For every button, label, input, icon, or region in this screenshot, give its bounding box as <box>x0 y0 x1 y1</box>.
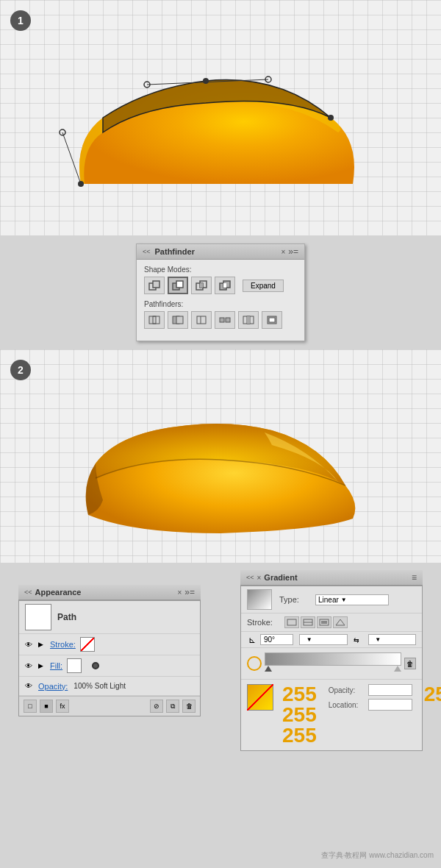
svg-rect-11 <box>176 281 183 288</box>
rgb-right-numbers: 255 <box>424 684 441 705</box>
rgb-numbers: 255 255 255 <box>282 684 317 746</box>
appearance-title: Appearance <box>35 588 82 597</box>
shape-modes-icons: Expand <box>144 277 297 294</box>
fill-arrow[interactable]: ▶ <box>38 662 46 669</box>
gradient-header-x[interactable]: × <box>257 574 262 582</box>
bb-icon-fx[interactable]: fx <box>56 700 69 713</box>
stroke-icon-3[interactable] <box>317 616 331 628</box>
appearance-close[interactable]: × <box>177 588 182 597</box>
stroke-icon-1[interactable] <box>284 616 299 628</box>
section2: 2 <box>0 349 441 563</box>
gradient-delete-icon[interactable]: 🗑 <box>404 658 416 669</box>
type-select[interactable]: Linear ▼ <box>315 594 389 605</box>
pf-icon-5[interactable] <box>238 311 259 329</box>
bb-icon-add[interactable]: ■ <box>40 700 53 713</box>
location-input[interactable] <box>368 699 412 711</box>
appearance-menu[interactable]: »= <box>184 587 195 597</box>
fill-eye-icon[interactable]: 👁 <box>24 661 34 671</box>
pathfinder-body: Shape Modes: Expand Pathfinders: <box>137 260 304 341</box>
bb-icon-copy[interactable]: ⧉ <box>166 700 179 713</box>
reverse-select[interactable]: ▼ <box>368 634 417 645</box>
bb-icon-delete[interactable]: 🗑 <box>182 700 196 713</box>
stroke-label2: Stroke: <box>247 618 280 627</box>
appearance-bottom-bar: □ ■ fx ⊘ ⧉ 🗑 <box>19 696 200 716</box>
gradient-bar <box>265 652 401 666</box>
pathfinder-close[interactable]: × <box>281 248 285 256</box>
path-color-preview <box>25 604 51 630</box>
pathfinder-title: Pathfinder <box>155 247 195 256</box>
pf-icon-1[interactable] <box>144 311 165 329</box>
gradient-stop-right[interactable] <box>394 666 401 672</box>
stroke-color-box[interactable] <box>80 637 95 652</box>
gradient-collapse[interactable]: << <box>246 574 254 581</box>
section1: 1 <box>0 0 441 235</box>
shape-mode-minus[interactable] <box>168 277 188 294</box>
shape1-svg <box>59 37 368 199</box>
bb-icon-layer[interactable]: □ <box>24 700 37 713</box>
gradient-stroke-row: Stroke: <box>241 613 422 632</box>
stroke-arrow[interactable]: ▶ <box>38 641 46 648</box>
stroke-row: 👁 ▶ Stroke: <box>19 634 200 655</box>
fill-row: 👁 ▶ Fill: <box>19 655 200 677</box>
expand-button[interactable]: Expand <box>243 280 284 292</box>
svg-rect-14 <box>200 283 203 288</box>
opacity-value: 100% Soft Light <box>74 682 126 690</box>
gradient-title: Gradient <box>264 573 297 582</box>
gradient-menu[interactable]: ≡ <box>412 572 417 583</box>
pf-icon-2[interactable] <box>168 311 188 329</box>
step2-badge: 2 <box>10 360 31 380</box>
rgb-values-area: 255 255 255 Opacity: <box>241 680 422 750</box>
bb-icon-eye2[interactable]: ⊘ <box>150 700 163 713</box>
svg-rect-24 <box>220 318 224 322</box>
gradient-circle-icon[interactable] <box>247 656 262 671</box>
fill-color-box[interactable] <box>67 658 82 673</box>
svg-rect-35 <box>321 621 327 624</box>
opacity-row-gradient: Opacity: <box>329 684 412 696</box>
gradient-stop-left[interactable] <box>265 666 272 672</box>
shape-area-2 <box>29 364 397 548</box>
shape-mode-unite[interactable] <box>144 277 165 294</box>
angle-input[interactable]: 90° <box>260 634 293 645</box>
opacity-input[interactable] <box>368 684 412 696</box>
stroke-icon-2[interactable] <box>301 616 315 628</box>
pf-icon-3[interactable] <box>191 311 212 329</box>
reverse-icon[interactable]: ⇆ <box>354 635 364 645</box>
pf-icon-4[interactable] <box>215 311 235 329</box>
watermark: 查字典·教程网 www.chazidian.com <box>321 850 434 861</box>
pathfinder-menu[interactable]: »= <box>288 246 298 257</box>
appearance-path-header: Path <box>19 601 200 634</box>
svg-rect-31 <box>287 619 296 625</box>
opacity-row: 👁 Opacity: 100% Soft Light <box>19 677 200 696</box>
gradient-main: Type: Linear ▼ Stroke: <box>240 586 423 751</box>
angle-icon: ⊾ <box>247 635 257 645</box>
location-label-gradient: Location: <box>329 701 365 709</box>
shape-area-1 <box>44 29 382 206</box>
opacity-eye-icon[interactable]: 👁 <box>24 681 34 691</box>
angle-select[interactable]: ▼ <box>299 634 348 645</box>
rgb-r-value: 255 <box>282 684 317 705</box>
gradient-bar-container <box>265 652 401 675</box>
appearance-panel: << Appearance × »= Path 👁 ▶ Stroke: <box>18 585 201 716</box>
svg-rect-22 <box>197 316 206 324</box>
svg-rect-9 <box>153 281 159 288</box>
stroke-eye-icon[interactable]: 👁 <box>24 639 34 650</box>
appearance-collapse[interactable]: << <box>24 588 32 596</box>
shape2-svg <box>59 375 368 537</box>
appearance-main: Path 👁 ▶ Stroke: 👁 ▶ Fill: <box>18 600 201 716</box>
fill-label[interactable]: Fill: <box>50 661 62 670</box>
shape-modes-label: Shape Modes: <box>144 266 297 274</box>
svg-line-0 <box>62 132 81 184</box>
location-row-gradient: Location: <box>329 699 412 711</box>
stroke-label[interactable]: Stroke: <box>50 640 76 649</box>
opacity-location-area: Opacity: Location: <box>323 684 418 715</box>
pathfinder-collapse[interactable]: << <box>143 248 151 255</box>
pathfinder-icons <box>144 311 297 329</box>
shape-mode-exclude[interactable] <box>215 277 235 294</box>
gradient-title-bar: << × Gradient ≡ <box>240 570 423 586</box>
pf-icon-6[interactable] <box>262 311 282 329</box>
path-label: Path <box>57 612 76 622</box>
stroke-icon-4[interactable] <box>333 616 348 628</box>
opacity-label-gradient: Opacity: <box>329 686 365 694</box>
opacity-label[interactable]: Opacity: <box>38 682 68 691</box>
shape-mode-intersect[interactable] <box>191 277 212 294</box>
